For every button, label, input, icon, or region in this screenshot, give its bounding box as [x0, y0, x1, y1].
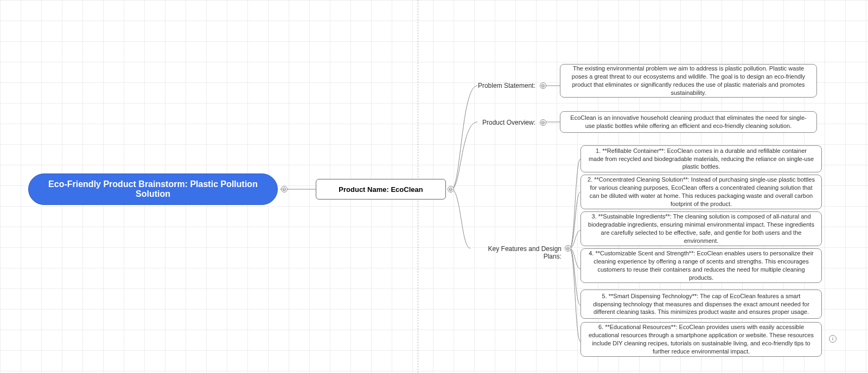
feature-3-text: 3. **Sustainable Ingredients**: The clea…: [588, 213, 815, 245]
overview-text: EcoClean is an innovative household clea…: [567, 114, 810, 130]
overview-label[interactable]: Product Overview:: [476, 119, 535, 126]
overview-content[interactable]: EcoClean is an innovative household clea…: [560, 111, 817, 133]
root-toggle[interactable]: ⊖: [281, 186, 288, 192]
feature-2-text: 2. **Concentrated Cleaning Solution**: I…: [588, 176, 815, 208]
problem-content[interactable]: The existing environmental problem we ai…: [560, 64, 817, 98]
features-label[interactable]: Key Features and Design Plans:: [470, 245, 561, 260]
feature-item-2[interactable]: 2. **Concentrated Cleaning Solution**: I…: [580, 175, 822, 209]
feature-item-4[interactable]: 4. **Customizable Scent and Strength**: …: [580, 248, 822, 283]
overview-toggle[interactable]: ⊖: [540, 119, 546, 126]
info-icon[interactable]: i: [829, 335, 837, 343]
problem-label[interactable]: Problem Statement:: [476, 82, 535, 89]
feature-item-6[interactable]: 6. **Educational Resources**: EcoClean p…: [580, 322, 822, 357]
problem-text: The existing environmental problem we ai…: [567, 65, 810, 97]
feature-item-3[interactable]: 3. **Sustainable Ingredients**: The clea…: [580, 211, 822, 246]
feature-item-1[interactable]: 1. **Refillable Container**: EcoClean co…: [580, 145, 822, 172]
feature-5-text: 5. **Smart Dispensing Technology**: The …: [588, 292, 815, 317]
features-toggle[interactable]: ⊖: [565, 245, 571, 252]
feature-1-text: 1. **Refillable Container**: EcoClean co…: [588, 147, 815, 171]
product-name-title: Product Name: EcoClean: [339, 185, 423, 194]
problem-toggle[interactable]: ⊖: [540, 82, 546, 89]
root-title: Eco-Friendly Product Brainstorm: Plastic…: [47, 179, 259, 199]
feature-6-text: 6. **Educational Resources**: EcoClean p…: [588, 323, 815, 355]
root-node[interactable]: Eco-Friendly Product Brainstorm: Plastic…: [28, 173, 278, 205]
feature-4-text: 4. **Customizable Scent and Strength**: …: [588, 249, 815, 281]
feature-item-5[interactable]: 5. **Smart Dispensing Technology**: The …: [580, 290, 822, 319]
product-toggle[interactable]: ⊖: [448, 186, 454, 192]
product-name-node[interactable]: Product Name: EcoClean: [316, 179, 446, 200]
